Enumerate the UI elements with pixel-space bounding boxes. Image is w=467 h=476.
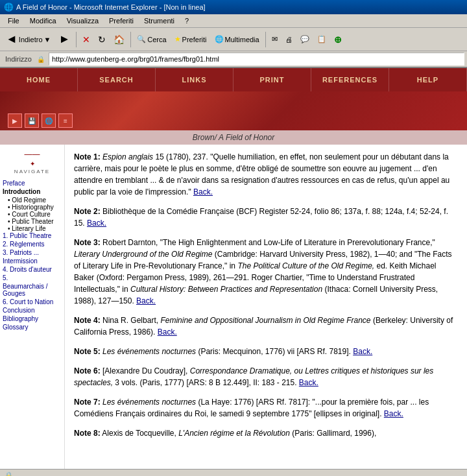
sidebar-old-regime[interactable]: Old Regime xyxy=(3,196,62,204)
banner: ▶ 💾 🌐 ≡ xyxy=(0,91,467,130)
note-2: Note 2: Bibliothèque de la Comédie Franç… xyxy=(74,206,458,229)
mail-button[interactable]: ✉ xyxy=(269,30,281,49)
note-7: Note 7: Les événements nocturnes (La Hay… xyxy=(74,396,458,420)
note-3-text: Robert Darnton, "The High Enlightenment … xyxy=(74,238,452,305)
sidebar-bibliography[interactable]: Bibliography xyxy=(3,315,62,322)
sidebar-reglements[interactable]: 2. Règlements xyxy=(3,241,62,248)
sidebar-droits[interactable]: 4. Droits d'auteur xyxy=(3,266,62,273)
extra-button[interactable]: 📋 xyxy=(314,30,329,49)
sidebar-introduction: Introduction xyxy=(3,188,62,195)
sidebar-conclusion[interactable]: Conclusion xyxy=(3,307,62,314)
discuss-button[interactable]: 💬 xyxy=(297,30,313,49)
star-icon: ★ xyxy=(174,35,181,43)
note-3-italic-1: Literary Underground of the Old Regime xyxy=(74,250,212,259)
multimedia-icon: 🌐 xyxy=(215,35,224,43)
discuss-icon: 💬 xyxy=(300,35,309,43)
menu-file[interactable]: File xyxy=(3,16,25,26)
note-3-back[interactable]: Back. xyxy=(136,296,156,305)
banner-icon-1[interactable]: ▶ xyxy=(8,113,22,128)
toolbar-sep-2 xyxy=(130,32,131,47)
refresh-button[interactable]: ↻ xyxy=(95,30,109,49)
toolbar-sep-3 xyxy=(265,32,266,47)
note-5-text: Les événements nocturnes (Paris: Mecquin… xyxy=(102,347,372,356)
note-1-back[interactable]: Back. xyxy=(193,187,213,196)
menu-modifica[interactable]: Modifica xyxy=(25,16,62,26)
mail-icon: ✉ xyxy=(272,35,278,43)
sidebar-intermission[interactable]: Intermission xyxy=(3,257,62,265)
note-7-italic: Les événements nocturnes xyxy=(102,398,196,407)
note-7-text: Les événements nocturnes (La Haye: 1776)… xyxy=(74,398,429,418)
tab-help[interactable]: HELP xyxy=(389,68,467,91)
sidebar-literary-life[interactable]: Literary Life xyxy=(3,225,62,232)
note-4-label: Note 4: xyxy=(74,316,101,325)
note-4-back[interactable]: Back. xyxy=(158,327,177,337)
sidebar-court-nation[interactable]: 6. Court to Nation xyxy=(3,298,62,305)
print-icon: 🖨 xyxy=(285,36,293,43)
status-lock-icon: 🔒 xyxy=(4,471,14,477)
menu-strumenti[interactable]: Strumenti xyxy=(139,16,180,26)
tab-home[interactable]: HOME xyxy=(0,68,78,91)
nav-tabs: HOME SEARCH LINKS PRINT REFERENCES HELP xyxy=(0,68,467,91)
note-3: Note 3: Robert Darnton, "The High Enligh… xyxy=(74,237,458,307)
menu-bar: File Modifica Visualizza Preferiti Strum… xyxy=(0,14,467,28)
sidebar-5[interactable]: 5. xyxy=(3,274,62,281)
banner-icon-4[interactable]: ≡ xyxy=(58,113,73,128)
forward-button[interactable]: ► xyxy=(55,30,73,49)
note-8-text: Alexis de Tocqueville, L'Ancien régime e… xyxy=(102,429,376,438)
forward-arrow-icon: ► xyxy=(58,32,70,46)
tab-links[interactable]: LINKS xyxy=(156,68,234,91)
sidebar-historiography[interactable]: Historiography xyxy=(3,204,62,211)
page-title: Brown/ A Field of Honor xyxy=(0,130,467,145)
note-6-label: Note 6: xyxy=(74,366,101,375)
tab-references[interactable]: REFERENCES xyxy=(311,68,389,91)
sidebar-preface[interactable]: Preface xyxy=(3,180,62,187)
sidebar-patriots[interactable]: 3. Patriots ... xyxy=(3,249,62,256)
note-6-back[interactable]: Back. xyxy=(299,378,318,387)
banner-icon-3[interactable]: 🌐 xyxy=(42,113,56,128)
messenger-button[interactable]: ⊕ xyxy=(331,30,345,49)
address-label: Indirizzo xyxy=(3,55,34,63)
content-area: Note 1: Espion anglais 15 (1780), 237. "… xyxy=(65,145,467,469)
back-label: Indietro xyxy=(19,36,43,43)
nav-line-icon: —— xyxy=(25,150,40,159)
banner-icon-2[interactable]: 💾 xyxy=(25,113,39,128)
home-button[interactable]: 🏠 xyxy=(110,30,128,49)
stop-button[interactable]: ✕ xyxy=(79,30,93,49)
sidebar-beaumarchais[interactable]: Beaumarchais / Gouges xyxy=(3,283,62,297)
status-bar: 🔒 xyxy=(0,469,467,476)
menu-help[interactable]: ? xyxy=(180,16,194,26)
menu-preferiti[interactable]: Preferiti xyxy=(104,16,139,26)
menu-visualizza[interactable]: Visualizza xyxy=(62,16,104,26)
sidebar-public-theatre[interactable]: 1. Public Theatre xyxy=(3,232,62,239)
note-5: Note 5: Les événements nocturnes (Paris:… xyxy=(74,346,458,357)
messenger-icon: ⊕ xyxy=(334,34,342,45)
sidebar-public-theater[interactable]: Public Theater xyxy=(3,218,62,225)
note-8: Note 8: Alexis de Tocqueville, L'Ancien … xyxy=(74,427,458,439)
note-2-text: Bibliothèque de la Comédie Française (BC… xyxy=(74,207,448,228)
toolbar-sep-1 xyxy=(76,32,77,47)
note-5-back[interactable]: Back. xyxy=(353,347,372,356)
address-input[interactable] xyxy=(49,53,464,65)
note-7-back[interactable]: Back. xyxy=(384,409,403,418)
sidebar-court-culture[interactable]: Court Culture xyxy=(3,211,62,218)
multimedia-label: Multimedia xyxy=(225,36,259,43)
note-5-italic: Les événements nocturnes xyxy=(102,347,196,356)
back-dropdown-icon: ▼ xyxy=(44,36,51,43)
search-button[interactable]: 🔍 Cerca xyxy=(134,30,169,49)
note-8-label: Note 8: xyxy=(74,429,101,438)
tab-print[interactable]: PRINT xyxy=(234,68,311,91)
back-button[interactable]: ◄ Indietro ▼ xyxy=(3,30,54,49)
note-6-text: [Alexandre Du Coudray], Correspondance D… xyxy=(74,366,433,387)
note-4: Note 4: Nina R. Gelbart, Feminine and Op… xyxy=(74,315,458,338)
note-1-italic: Espion anglais xyxy=(102,152,153,161)
main-container: —— ✦ NAVIGATE Preface Introduction Old R… xyxy=(0,145,467,469)
tab-search[interactable]: SEARCH xyxy=(78,68,156,91)
note-3-label: Note 3: xyxy=(74,238,101,247)
favorites-button[interactable]: ★ Preferiti xyxy=(171,30,210,49)
note-2-back[interactable]: Back. xyxy=(87,219,106,228)
sidebar-glossary[interactable]: Glossary xyxy=(3,324,62,331)
note-1-label: Note 1: xyxy=(74,152,101,161)
multimedia-button[interactable]: 🌐 Multimedia xyxy=(211,30,263,49)
print-button[interactable]: 🖨 xyxy=(282,30,296,49)
security-icon: 🔒 xyxy=(37,56,45,63)
